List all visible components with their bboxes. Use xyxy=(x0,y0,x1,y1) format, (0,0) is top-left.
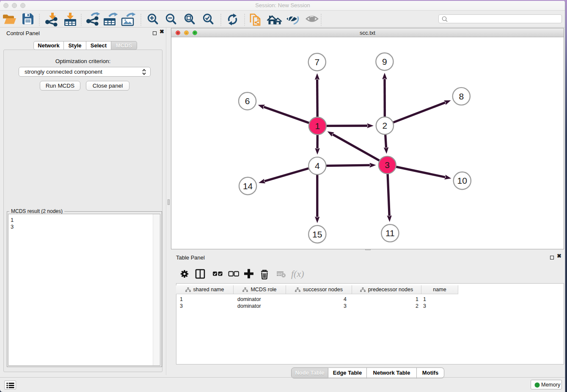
svg-text:11: 11 xyxy=(385,228,395,238)
svg-text:1: 1 xyxy=(315,121,320,131)
svg-text:15: 15 xyxy=(312,229,322,239)
svg-text:9: 9 xyxy=(382,57,387,66)
svg-text:7: 7 xyxy=(314,57,319,67)
svg-text:f(x): f(x) xyxy=(291,268,304,279)
svg-text:2: 2 xyxy=(383,121,388,130)
svg-text:3: 3 xyxy=(385,160,390,170)
svg-text:14: 14 xyxy=(243,181,253,191)
svg-text:4: 4 xyxy=(315,161,320,171)
svg-text:10: 10 xyxy=(457,176,467,185)
svg-text:6: 6 xyxy=(245,96,250,106)
svg-text:8: 8 xyxy=(459,91,464,101)
